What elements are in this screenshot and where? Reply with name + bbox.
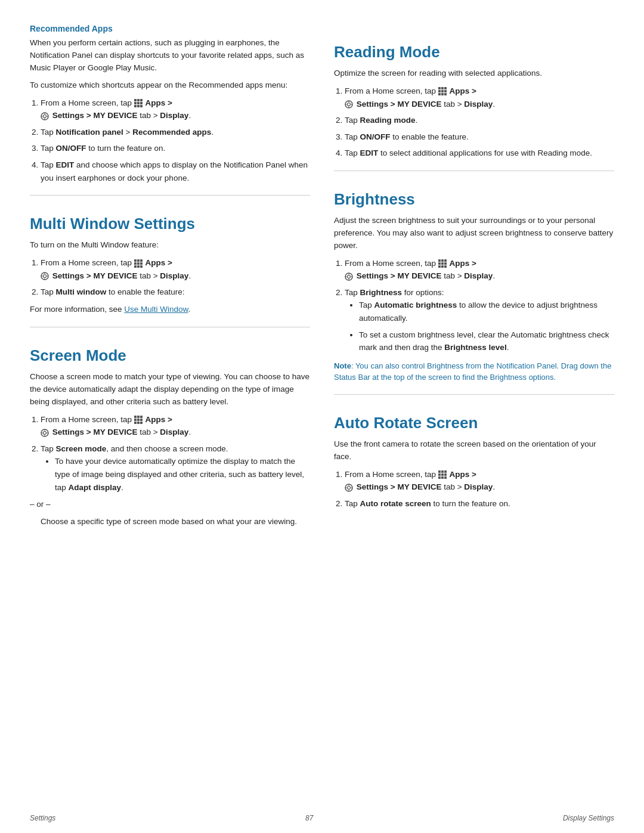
multi-window-section: Multi Window Settings To turn on the Mul… — [30, 215, 310, 316]
svg-rect-35 — [140, 419, 143, 421]
svg-rect-48 — [438, 90, 441, 92]
screen-mode-bullet1: To have your device automatically optimi… — [55, 455, 310, 494]
svg-point-40 — [44, 431, 47, 434]
svg-rect-4 — [137, 102, 140, 104]
recommended-apps-steps: From a Home screen, tap — [41, 97, 310, 185]
brightness-step2: Tap Brightness for options: Tap Automati… — [345, 286, 614, 354]
svg-rect-45 — [438, 87, 441, 89]
svg-rect-7 — [137, 105, 140, 107]
auto-rotate-title: Auto Rotate Screen — [334, 414, 614, 432]
svg-rect-1 — [137, 99, 140, 101]
svg-rect-60 — [438, 259, 441, 262]
svg-rect-53 — [444, 93, 447, 95]
svg-rect-66 — [438, 265, 441, 268]
settings-icon-1 — [41, 112, 49, 120]
brightness-section: Brightness Adjust the screen brightness … — [334, 190, 614, 383]
auto-rotate-step2: Tap Auto rotate screen to turn the featu… — [345, 497, 614, 510]
ar-step1-text: From a Home screen, tap — [345, 470, 438, 479]
rm-step1-settings: Settings > MY DEVICE — [357, 100, 442, 109]
svg-rect-47 — [444, 87, 447, 89]
footer-left: Settings — [30, 814, 55, 822]
apps-icon-2 — [134, 259, 143, 267]
multi-window-link-para: For more information, see Use Multi Wind… — [30, 304, 310, 316]
step1-apps-label: Apps > — [145, 98, 172, 107]
svg-rect-80 — [444, 473, 447, 476]
svg-rect-77 — [444, 470, 447, 473]
svg-rect-68 — [444, 265, 447, 268]
svg-point-10 — [44, 114, 47, 117]
reading-mode-para1: Optimize the screen for reading with sel… — [334, 67, 614, 80]
svg-rect-19 — [137, 262, 140, 265]
brightness-note: Note: You can also control Brightness fr… — [334, 360, 614, 383]
sm-step1-settings-label: Settings > MY DEVICE — [52, 428, 138, 436]
svg-rect-64 — [441, 262, 444, 265]
svg-rect-0 — [134, 99, 137, 101]
svg-rect-22 — [137, 265, 140, 268]
reading-mode-step4: Tap EDIT to select additional applicatio… — [345, 147, 614, 160]
svg-rect-36 — [134, 422, 137, 424]
recommended-apps-para1: When you perform certain actions, such a… — [30, 37, 310, 75]
svg-rect-83 — [444, 476, 447, 479]
settings-icon-5 — [345, 272, 353, 280]
reading-mode-step3: Tap ON/OFF to enable the feature. — [345, 131, 614, 144]
reading-mode-step2: Tap Reading mode. — [345, 114, 614, 127]
screen-mode-step1: From a Home screen, tap — [41, 413, 310, 439]
svg-rect-34 — [137, 419, 140, 421]
screen-mode-section: Screen Mode Choose a screen mode to matc… — [30, 346, 310, 528]
recommended-apps-step1: From a Home screen, tap — [41, 97, 310, 122]
sm-step1-text-before: From a Home screen, tap — [41, 415, 134, 424]
settings-icon-2 — [41, 271, 49, 280]
recommended-apps-step2: Tap Notification panel > Recommended app… — [41, 126, 310, 139]
settings-icon-6 — [345, 483, 353, 491]
svg-rect-62 — [444, 259, 447, 262]
screen-mode-title: Screen Mode — [30, 346, 310, 365]
multi-window-title: Multi Window Settings — [30, 215, 310, 233]
svg-rect-20 — [140, 262, 143, 265]
svg-rect-46 — [441, 87, 444, 89]
footer: Settings 87 Display Settings — [30, 814, 614, 822]
ar-step1-settings: Settings > MY DEVICE — [357, 482, 442, 491]
svg-rect-67 — [441, 265, 444, 268]
screen-mode-step2: Tap Screen mode, and then choose a scree… — [41, 442, 310, 494]
svg-rect-15 — [134, 259, 137, 262]
multi-window-para1: To turn on the Multi Window feature: — [30, 239, 310, 252]
br-step1-apps: Apps > — [450, 259, 476, 268]
svg-rect-52 — [441, 93, 444, 95]
multi-window-step1: From a Home screen, tap — [41, 256, 310, 282]
svg-point-70 — [348, 275, 351, 278]
svg-rect-18 — [134, 262, 137, 265]
br-step1-settings: Settings > MY DEVICE — [357, 271, 442, 280]
recommended-apps-section: Recommended Apps When you perform certai… — [30, 24, 310, 184]
svg-rect-32 — [140, 416, 143, 418]
svg-rect-82 — [441, 476, 444, 479]
svg-rect-17 — [140, 259, 143, 262]
footer-page-number: 87 — [305, 814, 313, 822]
apps-icon-1 — [134, 98, 143, 107]
settings-icon-3 — [41, 428, 49, 436]
svg-rect-16 — [137, 259, 140, 262]
svg-rect-75 — [438, 470, 441, 473]
step1-text-before: From a Home screen, tap — [41, 258, 134, 267]
recommended-apps-title: Recommended Apps — [30, 24, 310, 33]
auto-rotate-section: Auto Rotate Screen Use the front camera … — [334, 414, 614, 510]
footer-right: Display Settings — [563, 814, 614, 822]
brightness-step1: From a Home screen, tap — [345, 257, 614, 283]
step1-settings-label: Settings > MY DEVICE — [52, 111, 138, 120]
svg-rect-33 — [134, 419, 137, 421]
apps-icon-5 — [438, 259, 447, 267]
svg-rect-79 — [441, 473, 444, 476]
svg-rect-37 — [137, 422, 140, 424]
divider-4 — [334, 394, 614, 395]
svg-rect-6 — [134, 105, 137, 107]
svg-rect-5 — [140, 102, 143, 104]
auto-rotate-step1: From a Home screen, tap — [345, 468, 614, 494]
svg-rect-2 — [140, 99, 143, 101]
brightness-bullet2: To set a custom brightness level, clear … — [359, 329, 614, 354]
svg-rect-31 — [137, 416, 140, 418]
reading-mode-step1: From a Home screen, tap — [345, 85, 614, 110]
svg-point-55 — [348, 103, 351, 106]
svg-point-25 — [44, 275, 47, 278]
multi-window-steps: From a Home screen, tap — [41, 256, 310, 299]
screen-mode-bullets: To have your device automatically optimi… — [55, 455, 310, 494]
multi-window-link[interactable]: Use Multi Window — [124, 305, 188, 314]
